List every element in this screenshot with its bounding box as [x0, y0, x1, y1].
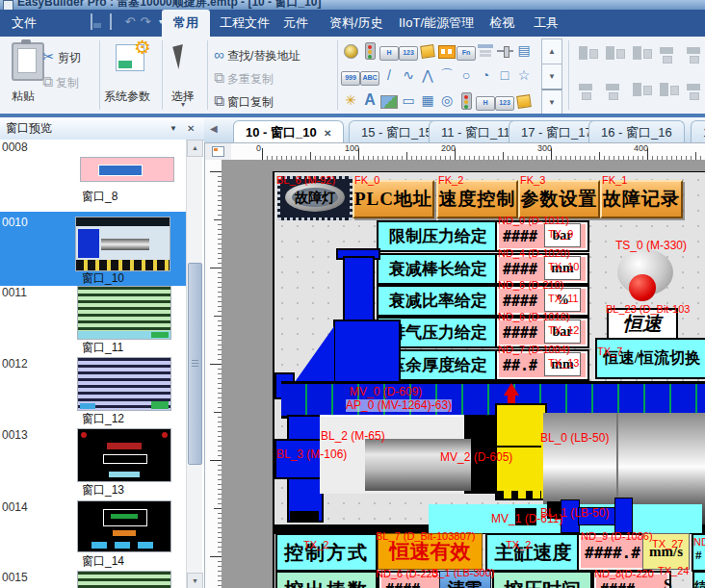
- tab-close-icon[interactable]: ✕: [324, 128, 331, 139]
- palette-scroll-up-icon[interactable]: ▲: [541, 38, 562, 64]
- thumbnail-window-10[interactable]: [75, 217, 170, 271]
- distribute-horizontal-icon[interactable]: [630, 81, 653, 99]
- window-copy-button[interactable]: ⧉ 窗口复制: [214, 92, 274, 111]
- table-icon[interactable]: ▦: [418, 89, 437, 112]
- numeric-display-icon[interactable]: H: [476, 89, 495, 112]
- bit-lamp-icon[interactable]: [341, 38, 360, 62]
- align-top-icon[interactable]: [657, 44, 680, 63]
- window-label[interactable]: 窗口_11: [82, 340, 123, 356]
- rectangle-icon[interactable]: □: [495, 64, 514, 87]
- panel-scrollbar[interactable]: ▲ ▼: [186, 140, 202, 588]
- menu-tab-project[interactable]: 工程文件: [208, 10, 281, 37]
- align-middle-icon[interactable]: [684, 44, 705, 63]
- scrollbar-down-icon[interactable]: ▼: [187, 573, 203, 588]
- align-left-icon[interactable]: [576, 44, 599, 63]
- tag-icon[interactable]: [514, 89, 534, 112]
- thumbnail-window-8[interactable]: [80, 157, 174, 182]
- frame-icon[interactable]: ▭: [399, 89, 418, 112]
- hmi-canvas-window-10[interactable]: 故障灯 BL_6 (M-92) PLC地址 FK_0 速度控制 FK_2 参数设…: [273, 171, 705, 588]
- align-bottom-icon[interactable]: [576, 81, 599, 99]
- macro-button-icon[interactable]: Fn: [457, 38, 476, 62]
- thumbnail-window-15[interactable]: [77, 571, 171, 588]
- copy-button[interactable]: ⧉ 复制: [42, 73, 79, 91]
- align-center-icon[interactable]: [603, 44, 626, 63]
- tab-window-partial[interactable]: 1: [691, 120, 705, 143]
- set-bit-icon[interactable]: H: [379, 38, 399, 62]
- main-cylinder-speed-label[interactable]: 主缸速度: [485, 533, 581, 572]
- cut-button[interactable]: ✂ 剪切: [42, 48, 81, 66]
- param-label-limit-pressure[interactable]: 限制压力给定: [377, 220, 500, 252]
- freeform-line-icon[interactable]: ∿: [399, 64, 418, 87]
- rod-count-label[interactable]: 榨出棒数: [275, 571, 378, 588]
- window-label[interactable]: 窗口_8: [82, 189, 118, 205]
- paste-button[interactable]: 粘贴: [12, 89, 35, 105]
- scrollbar-up-icon[interactable]: ▲: [187, 140, 203, 157]
- window-number: 0008: [2, 141, 28, 154]
- mode-switch-button[interactable]: 恒速/恒流切换: [595, 338, 705, 379]
- window-label[interactable]: 窗口_13: [82, 482, 124, 499]
- center-in-window-icon[interactable]: [684, 81, 705, 99]
- combo-button-icon[interactable]: [476, 38, 495, 62]
- toggle-switch-icon[interactable]: [437, 38, 457, 62]
- ascii-display-icon[interactable]: 123: [495, 89, 514, 112]
- slider-icon[interactable]: [495, 38, 514, 62]
- star-icon[interactable]: ☆: [514, 64, 534, 87]
- circle-icon[interactable]: ○: [457, 64, 476, 87]
- menu-tab-iiot[interactable]: IIoT/能源管理: [387, 10, 485, 37]
- panel-collapse-icon[interactable]: ▼: [170, 117, 177, 140]
- palette-expand-icon[interactable]: ▼: [541, 89, 562, 115]
- system-params-button[interactable]: 系统参数: [104, 89, 150, 105]
- option-list-icon[interactable]: ▤: [514, 38, 534, 62]
- export-icon[interactable]: [102, 13, 119, 31]
- same-size-icon[interactable]: [657, 81, 680, 99]
- tab-window-16[interactable]: 16 - 窗口_16: [588, 120, 685, 143]
- distribute-vertical-icon[interactable]: [603, 81, 626, 99]
- menu-tab-object[interactable]: 元件: [272, 10, 320, 37]
- menu-tab-home[interactable]: 常用: [162, 10, 210, 37]
- panel-close-icon[interactable]: ✕: [187, 117, 195, 140]
- line-icon[interactable]: /: [379, 64, 399, 87]
- tab-window-10[interactable]: 10 - 窗口_10 ✕: [233, 120, 344, 143]
- align-right-icon[interactable]: [630, 44, 653, 63]
- find-replace-button[interactable]: ∞ 查找/替换地址: [214, 46, 300, 64]
- pipe-icon[interactable]: ✳: [341, 89, 360, 112]
- param-label-decay-ratio[interactable]: 衰减比率给定: [377, 285, 500, 317]
- save-icon[interactable]: [83, 13, 100, 31]
- thumbnail-window-11[interactable]: [77, 286, 171, 340]
- numeric-input-icon[interactable]: 999: [341, 64, 360, 87]
- tab-scroll-left-icon[interactable]: ◀: [210, 123, 218, 134]
- ascii-input-icon[interactable]: ABC: [360, 64, 379, 87]
- scrollbar-thumb[interactable]: [188, 263, 202, 465]
- address-tag: TX_10: [548, 261, 579, 272]
- function-key-icon[interactable]: [418, 38, 437, 62]
- palette-scroll-down-icon[interactable]: ▼: [541, 64, 562, 89]
- polyline-icon[interactable]: ⋀: [418, 64, 437, 87]
- word-lamp-icon[interactable]: [360, 38, 379, 62]
- multi-copy-button[interactable]: ⧉ 多重复制: [214, 69, 274, 88]
- toggle-knob[interactable]: [629, 274, 656, 301]
- set-word-icon[interactable]: 123: [399, 38, 418, 62]
- pie-icon[interactable]: ◔: [476, 64, 495, 87]
- select-caret-icon[interactable]: ▾: [181, 100, 185, 109]
- menu-file[interactable]: 文件: [0, 10, 48, 37]
- window-label[interactable]: 窗口_10: [82, 270, 124, 287]
- ruler-corner[interactable]: [204, 142, 233, 162]
- system-params-icon[interactable]: [116, 44, 144, 71]
- lamp-icon[interactable]: ◎: [437, 89, 457, 112]
- select-cursor-icon[interactable]: [175, 44, 193, 67]
- window-label[interactable]: 窗口_14: [82, 553, 124, 570]
- window-label[interactable]: 窗口_12: [82, 411, 124, 427]
- thumbnail-window-12[interactable]: [77, 357, 171, 411]
- thumbnail-window-14[interactable]: [77, 500, 171, 552]
- picture-icon[interactable]: [379, 89, 399, 112]
- press-time-label[interactable]: 榨压时间: [492, 571, 592, 588]
- menu-tab-tool[interactable]: 工具: [522, 10, 570, 37]
- thumbnail-window-13[interactable]: [77, 428, 171, 482]
- traffic-light-icon[interactable]: [457, 89, 476, 112]
- menu-tab-data[interactable]: 资料/历史: [318, 10, 395, 37]
- paste-icon[interactable]: [12, 42, 44, 81]
- arc-icon[interactable]: ⌒: [437, 64, 457, 87]
- menu-tab-view[interactable]: 检视: [478, 10, 526, 37]
- param-label-decay-length[interactable]: 衰减棒长给定: [377, 253, 500, 285]
- text-icon[interactable]: A: [360, 89, 379, 112]
